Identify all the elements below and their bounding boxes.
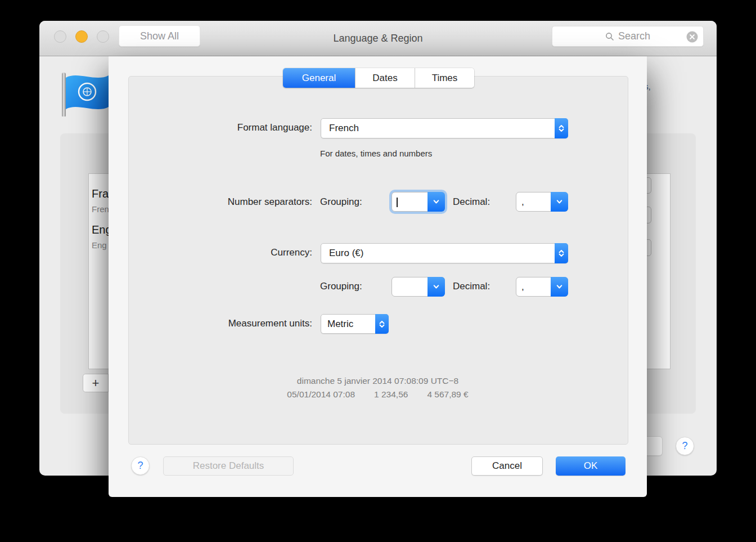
toolbar: Language & Region Show All Search bbox=[39, 21, 717, 56]
combo-chevron-icon[interactable] bbox=[428, 277, 445, 297]
search-icon bbox=[605, 32, 614, 41]
tab-general[interactable]: General bbox=[283, 68, 355, 88]
close-button[interactable] bbox=[54, 30, 66, 43]
zoom-button[interactable] bbox=[97, 30, 109, 43]
popup-chevrons-icon bbox=[555, 243, 568, 263]
tab-times[interactable]: Times bbox=[415, 68, 474, 88]
popup-chevrons-icon bbox=[375, 314, 389, 334]
list-item-sublabel: Eng bbox=[92, 240, 107, 250]
restore-defaults-button[interactable]: Restore Defaults bbox=[163, 456, 294, 476]
sheet-help-button[interactable]: ? bbox=[131, 456, 150, 475]
grouping-label: Grouping: bbox=[320, 196, 362, 208]
show-all-button[interactable]: Show All bbox=[119, 25, 200, 47]
format-preview-line2: 05/01/2014 07:08 1 234,56 4 567,89 € bbox=[109, 389, 647, 400]
number-grouping-combobox[interactable] bbox=[392, 192, 445, 212]
format-preview-line1: dimanche 5 janvier 2014 07:08:09 UTC−8 bbox=[109, 376, 647, 386]
preview-date: 05/01/2014 07:08 bbox=[287, 389, 355, 400]
combo-chevron-icon[interactable] bbox=[551, 192, 568, 212]
currency-decimal-combobox[interactable]: , bbox=[516, 277, 568, 297]
question-icon: ? bbox=[682, 440, 687, 452]
number-decimal-combobox[interactable]: , bbox=[516, 192, 568, 212]
format-language-help: For dates, times and numbers bbox=[320, 149, 432, 158]
tab-dates[interactable]: Dates bbox=[355, 68, 415, 88]
minimize-button[interactable] bbox=[75, 30, 88, 43]
clear-search-icon[interactable] bbox=[686, 31, 698, 43]
plus-icon: + bbox=[92, 376, 100, 391]
search-input[interactable]: Search bbox=[552, 26, 704, 47]
language-region-sheet: General Dates Times Format language: Fre… bbox=[109, 56, 647, 497]
add-language-button[interactable]: + bbox=[83, 374, 109, 392]
number-separators-label: Number separators: bbox=[109, 196, 312, 208]
measurement-units-label: Measurement units: bbox=[109, 318, 312, 329]
text-caret bbox=[397, 198, 398, 207]
tab-bar: General Dates Times bbox=[283, 68, 474, 88]
un-flag-icon bbox=[65, 72, 110, 118]
preview-number: 1 234,56 bbox=[374, 389, 408, 400]
currency-grouping-combobox[interactable] bbox=[392, 277, 445, 297]
list-item-language[interactable]: Fra bbox=[92, 187, 109, 200]
currency-decimal-label: Decimal: bbox=[453, 281, 490, 292]
currency-popup[interactable]: Euro (€) bbox=[321, 243, 568, 263]
format-language-popup[interactable]: French bbox=[321, 118, 568, 138]
question-icon: ? bbox=[137, 460, 143, 472]
format-language-label: Format language: bbox=[109, 122, 312, 133]
currency-label: Currency: bbox=[109, 247, 312, 258]
window-help-button[interactable]: ? bbox=[676, 437, 694, 455]
list-item-sublabel: Fren bbox=[92, 204, 109, 214]
combo-chevron-icon[interactable] bbox=[428, 192, 445, 212]
decimal-label: Decimal: bbox=[453, 196, 490, 208]
currency-grouping-label: Grouping: bbox=[320, 281, 362, 292]
combo-chevron-icon[interactable] bbox=[551, 277, 568, 297]
preview-currency: 4 567,89 € bbox=[427, 389, 468, 400]
search-placeholder: Search bbox=[618, 30, 650, 42]
cancel-button[interactable]: Cancel bbox=[471, 456, 543, 476]
measurement-units-popup[interactable]: Metric bbox=[321, 314, 389, 334]
popup-chevrons-icon bbox=[555, 118, 568, 138]
ok-button[interactable]: OK bbox=[556, 456, 626, 476]
